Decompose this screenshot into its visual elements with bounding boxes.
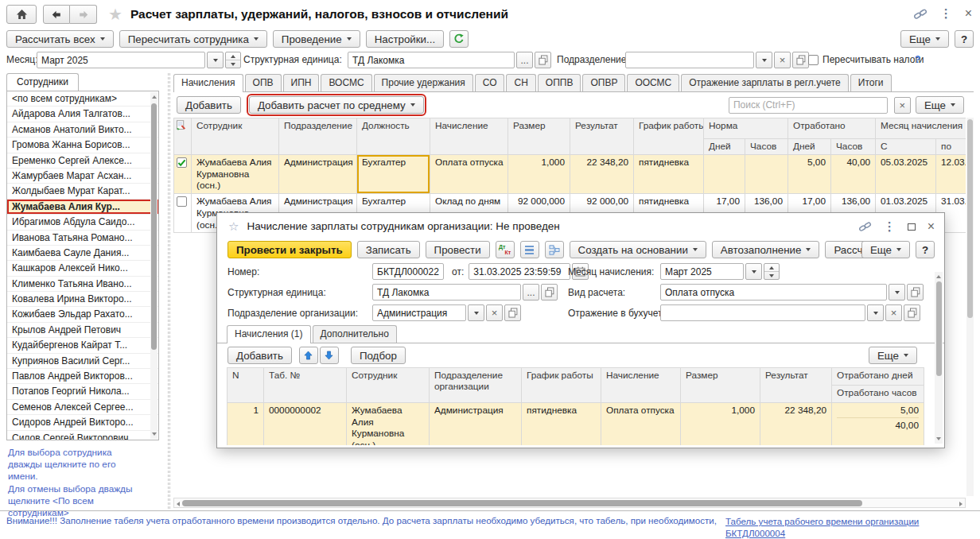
- taxes-help-link[interactable]: ?: [915, 54, 920, 65]
- get-link-icon[interactable]: [858, 221, 872, 232]
- list-item[interactable]: Сидоров Андрей Викторо...: [7, 415, 158, 430]
- tab-oppv[interactable]: ОППВ: [538, 74, 581, 91]
- column-header[interactable]: Размер: [508, 118, 570, 155]
- tab-otrazhenie[interactable]: Отражение зарплаты в регл.учете: [681, 74, 849, 91]
- dialog-add-button[interactable]: Добавить: [228, 347, 292, 364]
- list-item[interactable]: Крылов Андрей Петович: [7, 323, 158, 338]
- tab-nachisleniya[interactable]: Начисления: [173, 74, 243, 92]
- department-open-icon[interactable]: [792, 52, 809, 68]
- settings-button[interactable]: Настройки...: [366, 30, 444, 48]
- unit-open-icon[interactable]: [541, 284, 558, 301]
- close-dialog-icon[interactable]: ×: [928, 219, 935, 234]
- dialog-table-more-button[interactable]: Еще: [869, 347, 917, 364]
- month-dropdown-icon[interactable]: [207, 52, 224, 68]
- forward-button[interactable]: [70, 5, 97, 24]
- column-header[interactable]: Сотрудник: [192, 118, 279, 155]
- column-header[interactable]: Дней: [704, 139, 745, 155]
- move-up-button[interactable]: [299, 347, 318, 364]
- recalc-taxes-checkbox[interactable]: [808, 55, 819, 65]
- more-menu-icon[interactable]: ⋮: [884, 219, 896, 234]
- search-clear-icon[interactable]: ×: [894, 97, 911, 114]
- column-header[interactable]: Отработано дней: [832, 368, 924, 386]
- post-and-close-button[interactable]: Провести и закрыть: [228, 241, 352, 258]
- column-header[interactable]: Должность: [357, 118, 430, 155]
- create-based-on-button[interactable]: Создать на основании: [570, 241, 706, 258]
- posting-button[interactable]: Проведение: [273, 30, 360, 48]
- department-clear-icon[interactable]: ×: [774, 52, 791, 68]
- unit-more-button[interactable]: ...: [516, 52, 533, 68]
- scroll-down-icon[interactable]: [936, 437, 941, 440]
- related-documents-button[interactable]: [545, 241, 564, 258]
- dialog-scrollbar[interactable]: [935, 272, 943, 444]
- list-item[interactable]: Семенов Алексей Сергее...: [7, 400, 158, 415]
- tab-sn[interactable]: СН: [506, 74, 535, 91]
- dt-kt-postings-button[interactable]: ДтКт: [496, 241, 515, 258]
- list-item[interactable]: Кожибаев Эльдар Рахато...: [7, 307, 158, 322]
- department-filter-input[interactable]: [625, 52, 754, 68]
- column-group-header[interactable]: Норма: [704, 118, 788, 139]
- add-button[interactable]: Добавить: [177, 96, 241, 114]
- month-filter-input[interactable]: [37, 52, 205, 68]
- column-header[interactable]: Сотрудник: [347, 368, 430, 403]
- list-item[interactable]: Асманов Анатолий Викто...: [7, 122, 158, 138]
- tab-opv[interactable]: ОПВ: [245, 74, 282, 91]
- month-stepper[interactable]: [764, 263, 780, 280]
- list-item[interactable]: Кашкаров Алексей Нико...: [7, 261, 158, 276]
- unit-more-button[interactable]: ...: [523, 284, 539, 301]
- department-clear-icon[interactable]: ×: [486, 304, 503, 321]
- column-header[interactable]: Подразделение организации: [430, 368, 522, 403]
- modified-column-header[interactable]: [174, 118, 192, 155]
- number-input[interactable]: [372, 263, 444, 280]
- get-link-icon[interactable]: [913, 8, 928, 20]
- tab-opvr[interactable]: ОПВР: [582, 74, 625, 91]
- list-item[interactable]: Иванова Татьяна Романо...: [7, 231, 158, 246]
- list-item[interactable]: <по всем сотрудникам>: [7, 91, 158, 107]
- maximize-icon[interactable]: [908, 223, 916, 231]
- list-scrollbar[interactable]: [150, 92, 158, 439]
- row-checkbox[interactable]: [177, 196, 187, 207]
- tab-vosms[interactable]: ВОСМС: [321, 74, 371, 91]
- row-checkbox-checked[interactable]: [177, 157, 187, 168]
- scroll-right-icon[interactable]: [959, 502, 962, 506]
- tab-prochie-uderzhaniya[interactable]: Прочие удержания: [374, 74, 473, 91]
- department-open-icon[interactable]: [504, 304, 521, 321]
- list-item[interactable]: Жамурбаев Марат Асхан...: [7, 169, 158, 184]
- accrual-month-input[interactable]: [660, 263, 744, 280]
- list-item[interactable]: Клименко Татьяна Ивано...: [7, 277, 158, 292]
- write-button[interactable]: Записать: [357, 241, 420, 258]
- tab-so[interactable]: СО: [475, 74, 505, 91]
- back-button[interactable]: [43, 5, 70, 24]
- dialog-help-button[interactable]: ?: [916, 241, 935, 258]
- more-menu-icon[interactable]: ⋮: [940, 6, 952, 21]
- column-header[interactable]: по: [936, 139, 966, 155]
- tab-ipn[interactable]: ИПН: [283, 74, 320, 91]
- unit-filter-input[interactable]: [348, 52, 515, 68]
- scroll-up-icon[interactable]: [936, 275, 941, 278]
- more-button-top[interactable]: Еще: [900, 30, 949, 48]
- column-header[interactable]: Таб. №: [264, 368, 347, 403]
- unit-open-icon[interactable]: [535, 52, 551, 68]
- tab-oosms[interactable]: ООСМС: [627, 74, 679, 91]
- calc-type-dropdown-icon[interactable]: [889, 284, 905, 301]
- column-header[interactable]: Часов: [831, 139, 876, 155]
- column-header[interactable]: Подразделение: [279, 118, 357, 155]
- unit-input[interactable]: [372, 284, 521, 301]
- column-header[interactable]: Дней: [788, 139, 831, 155]
- close-icon[interactable]: ×: [965, 6, 972, 21]
- calc-type-input[interactable]: [660, 284, 887, 301]
- column-header[interactable]: Начисление: [430, 118, 508, 155]
- list-item[interactable]: Кудайбергенов Кайрат Т...: [7, 338, 158, 353]
- calc-type-open-icon[interactable]: [907, 284, 924, 301]
- dialog-more-button[interactable]: Еще: [861, 241, 910, 258]
- document-list-button[interactable]: [520, 241, 539, 258]
- list-item-selected[interactable]: Жумабаева Алия Кур...: [7, 200, 158, 215]
- tab-additional[interactable]: Дополнительно: [313, 325, 397, 343]
- list-item[interactable]: Еременко Сергей Алексе...: [7, 153, 158, 169]
- department-dropdown-icon[interactable]: [756, 52, 772, 68]
- column-header[interactable]: С: [876, 139, 936, 155]
- search-input[interactable]: [729, 97, 888, 114]
- scroll-up-icon[interactable]: [152, 95, 157, 99]
- month-dropdown-icon[interactable]: [745, 263, 762, 280]
- department-input[interactable]: [372, 304, 466, 321]
- date-input[interactable]: [469, 263, 570, 280]
